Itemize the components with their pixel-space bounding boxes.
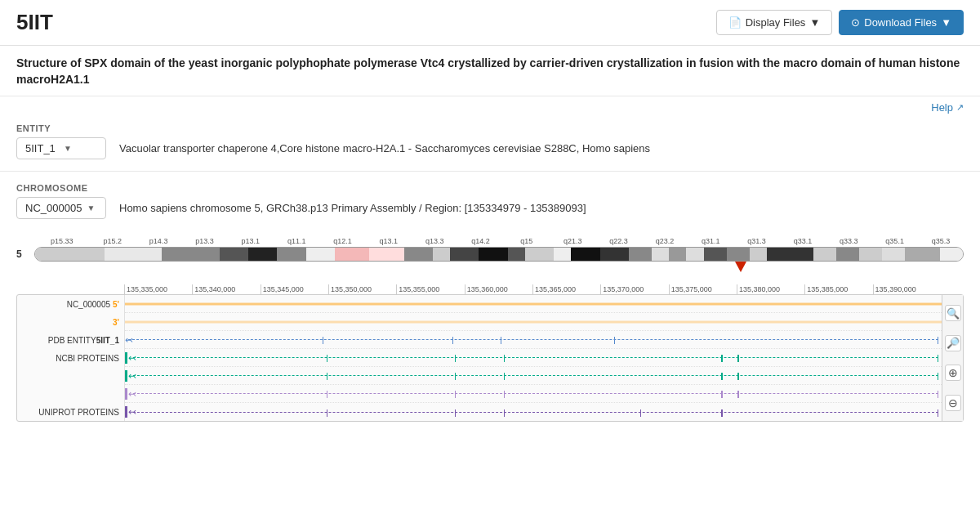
band-seg-q15b (652, 248, 669, 261)
ncbi-mark2a (327, 373, 327, 380)
track-label-3prime: 3' (17, 313, 124, 331)
chromosome-bar-row: 5 (16, 247, 964, 262)
ruler-tick-10: 135,380,000 (737, 284, 804, 294)
zoom-controls: 🔍 🔎 ⊕ ⊖ (942, 295, 963, 421)
band-seg-end (940, 248, 963, 261)
track-label-5prime: NC_000005 5' (17, 295, 124, 313)
band-seg-q213 (669, 248, 686, 261)
ncbi-dashed-line2 (133, 375, 938, 376)
track-label-ncbi3 (17, 385, 124, 403)
download-files-button[interactable]: ⊙ Download Files ▼ (839, 10, 964, 35)
chromosome-select[interactable]: NC_000005 ▼ (16, 197, 106, 219)
exon-mark-4 (614, 337, 615, 344)
band-label-q121: q12.1 (319, 237, 365, 245)
track-area: NC_000005 5' 3' PDB ENTITY 5IIT_1 NCBI P… (16, 294, 964, 422)
help-link[interactable]: Help ↗ (931, 101, 964, 114)
ncbi-dashed-line1 (133, 357, 938, 358)
header-buttons: 📄 Display Files ▼ ⊙ Download Files ▼ (716, 10, 964, 35)
exon-mark-2 (452, 337, 453, 344)
band-label-p1533: p15.33 (34, 237, 90, 245)
track-ncbi-row1: ↢ (125, 349, 942, 367)
zoom-out-button[interactable]: 🔎 (945, 335, 961, 351)
band-seg-q311 (767, 248, 813, 261)
band-seg-q223 (704, 248, 727, 261)
band-label-q353: q35.3 (918, 237, 964, 245)
entity-section: ENTITY 5IIT_1 ▼ Vacuolar transporter cha… (0, 117, 980, 166)
band-seg-q353 (905, 248, 939, 261)
zoom-in-button[interactable]: 🔍 (945, 305, 961, 321)
entity-label: ENTITY (16, 123, 964, 133)
track-uniprot-row: ↢ (125, 403, 942, 421)
band-label-q333: q33.3 (826, 237, 871, 245)
ncbi-color-bar3 (125, 388, 127, 400)
ncbi-mark2c (504, 373, 505, 380)
ncbi-mark3b (455, 391, 456, 398)
chevron-down-icon: ▼ (809, 16, 820, 29)
ncbi-color-bar2 (125, 370, 127, 382)
ncbi-mark1c (504, 355, 505, 362)
pan-plus-button[interactable]: ⊕ (945, 365, 961, 381)
uniprot-mark-a (327, 409, 327, 417)
ruler-tick-12: 135,390,000 (873, 284, 941, 294)
file-icon: 📄 (728, 16, 742, 29)
band-seg-p143 (162, 248, 220, 261)
external-link-icon: ↗ (956, 102, 964, 113)
entity-row: 5IIT_1 ▼ Vacuolar transporter chaperone … (16, 137, 964, 159)
chromosome-marker (735, 262, 746, 272)
band-seg-q133 (525, 248, 554, 261)
band-label-q111: q11.1 (274, 237, 319, 245)
chromosome-band-section: p15.33 p15.2 p14.3 p13.3 p13.1 q11.1 q12… (0, 226, 980, 268)
band-seg-q121 (450, 248, 479, 261)
track-ncbi-row2: ↢ (125, 367, 942, 385)
ruler-tick-8: 135,370,000 (600, 284, 668, 294)
band-label-p131: p13.1 (228, 237, 274, 245)
band-seg-q351 (882, 248, 905, 261)
track-3prime-bar (125, 320, 942, 323)
ncbi-dashed-line3 (133, 393, 938, 394)
band-label-q15: q15 (504, 237, 550, 245)
ncbi-mark1a (327, 355, 327, 362)
track-pdb-row: ↢ (125, 331, 942, 349)
track-ncbi-row3: ↢ (125, 385, 942, 403)
chromosome-label: CHROMOSOME (16, 183, 964, 193)
band-seg-p1533 (35, 248, 105, 261)
band-labels-row: p15.33 p15.2 p14.3 p13.3 p13.1 q11.1 q12… (34, 237, 964, 245)
ruler-tick-2: 135,340,000 (192, 284, 260, 294)
band-seg-p131a (277, 248, 305, 261)
band-label-q311: q31.1 (688, 237, 733, 245)
ruler-tick-7: 135,365,000 (532, 284, 600, 294)
pan-minus-button[interactable]: ⊖ (945, 395, 961, 411)
uniprot-color-bar (125, 406, 127, 418)
ncbi-mark1b (455, 355, 456, 362)
ncbi-mark2e (737, 373, 739, 380)
chevron-down-icon-dl: ▼ (941, 16, 951, 29)
chromosome-band-container (34, 247, 964, 262)
genomic-viewer: 135,335,000 135,340,000 135,345,000 135,… (16, 284, 964, 422)
page-subtitle: Structure of SPX domain of the yeast ino… (0, 46, 980, 96)
entity-select[interactable]: 5IIT_1 ▼ (16, 137, 106, 159)
uniprot-mark-e (721, 409, 723, 417)
gene-dashed-line-pdb (128, 339, 938, 340)
uniprot-mark-c (504, 409, 505, 417)
chromosome-chevron-icon: ▼ (87, 204, 97, 213)
uniprot-mark-d (640, 409, 641, 417)
page-title: 5IIT (16, 10, 53, 35)
band-seg-q331 (836, 248, 859, 261)
ncbi-mark3c (504, 391, 505, 398)
ncbi-color-bar1 (125, 352, 127, 364)
uniprot-mark-b (455, 409, 456, 417)
band-label-q331: q33.1 (780, 237, 826, 245)
band-seg-q121b (479, 248, 507, 261)
chromosome-description: Homo sapiens chromosome 5, GRCh38.p13 Pr… (119, 202, 586, 214)
ruler-tick-1: 135,335,000 (124, 284, 192, 294)
band-seg-q14 (571, 248, 599, 261)
ncbi-mark1d (721, 355, 723, 362)
exon-mark-end (938, 337, 938, 344)
uniprot-mark-end (938, 409, 938, 417)
track-label-pdb: PDB ENTITY 5IIT_1 (17, 331, 124, 349)
band-seg-q223b (727, 248, 750, 261)
band-seg-centromere (335, 248, 369, 261)
band-label-p143: p14.3 (136, 237, 181, 245)
entity-description: Vacuolar transporter chaperone 4,Core hi… (119, 142, 650, 154)
display-files-button[interactable]: 📄 Display Files ▼ (716, 10, 833, 35)
